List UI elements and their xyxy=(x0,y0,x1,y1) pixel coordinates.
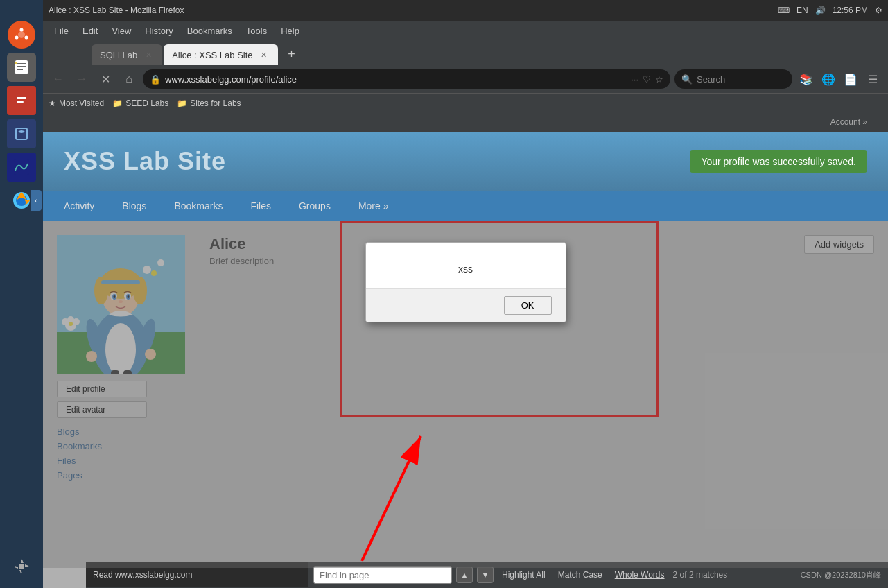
search-magnifier-icon: 🔍 xyxy=(681,74,693,85)
tab-add-button[interactable]: + xyxy=(282,44,302,64)
browser-area: Alice : XSS Lab Site - Mozilla Firefox ⌨… xyxy=(43,0,888,588)
nav-files[interactable]: Files xyxy=(236,191,285,221)
svg-point-4 xyxy=(15,36,19,40)
site-top-bar: Account » xyxy=(43,112,888,132)
back-button[interactable]: ← xyxy=(49,69,68,89)
svg-point-2 xyxy=(20,28,24,32)
account-link[interactable]: Account » xyxy=(830,117,867,127)
save-success-message: Your profile was successfully saved. xyxy=(690,150,867,173)
find-input[interactable] xyxy=(313,566,452,584)
reader-mode-icon[interactable]: 📄 xyxy=(841,69,860,89)
menu-file[interactable]: File xyxy=(49,24,74,37)
tab-sqli-label: SQLi Lab xyxy=(100,50,137,60)
url-text: www.xsslabelgg.com/profile/alice xyxy=(165,74,627,85)
site-nav: Activity Blogs Bookmarks Files Groups Mo… xyxy=(43,191,888,221)
svg-rect-11 xyxy=(17,97,26,99)
clock: 12:56 PM xyxy=(833,6,868,15)
match-case-option[interactable]: Match Case xyxy=(554,569,607,581)
menu-view[interactable]: View xyxy=(106,24,137,37)
menu-bar: File Edit View History Bookmarks Tools H… xyxy=(43,21,888,40)
menu-history[interactable]: History xyxy=(139,24,178,37)
seed-labs-label: SEED Labs xyxy=(125,98,168,108)
site-title: XSS Lab Site xyxy=(64,147,226,176)
dialog-content: xss xyxy=(366,243,566,288)
browser-sidebar: ‹ xyxy=(0,0,43,588)
bookmark-most-visited[interactable]: ★ Most Visited xyxy=(49,98,104,108)
menu-tools[interactable]: Tools xyxy=(241,24,272,37)
folder-icon-sites: 📁 xyxy=(177,98,187,108)
svg-point-1 xyxy=(18,31,25,38)
app-red-icon[interactable] xyxy=(7,86,36,115)
hamburger-menu[interactable]: ☰ xyxy=(863,69,882,89)
svg-point-18 xyxy=(19,564,24,569)
menu-edit[interactable]: Edit xyxy=(77,24,103,37)
most-visited-label: Most Visited xyxy=(59,98,104,108)
bookmark-seed-labs[interactable]: 📁 SEED Labs xyxy=(112,98,168,108)
tab-xss-label: Alice : XSS Lab Site xyxy=(172,50,252,60)
highlight-all-option[interactable]: Highlight All xyxy=(498,569,550,581)
status-url-text: Read www.xsslabelgg.com xyxy=(93,570,192,580)
library-icon[interactable]: 📚 xyxy=(796,69,816,89)
settings-gear-icon[interactable]: ⚙ xyxy=(875,6,882,15)
bookmark-star-icon[interactable]: ☆ xyxy=(655,74,663,85)
language-badge: EN xyxy=(796,6,808,15)
find-prev-button[interactable]: ▲ xyxy=(456,567,473,583)
firefox-icon[interactable]: ‹ xyxy=(7,186,36,215)
svg-line-51 xyxy=(362,436,421,561)
nav-groups[interactable]: Groups xyxy=(285,191,345,221)
firefox-account-icon[interactable]: 🌐 xyxy=(819,69,838,89)
volume-icon: 🔊 xyxy=(815,6,826,15)
dialog-ok-button[interactable]: OK xyxy=(504,296,552,315)
menu-bookmarks[interactable]: Bookmarks xyxy=(182,24,238,37)
bookmark-sites-for-labs[interactable]: 📁 Sites for Labs xyxy=(177,98,241,108)
url-more-icon[interactable]: ··· xyxy=(631,74,638,85)
nav-bar: ← → ✕ ⌂ 🔒 www.xsslabelgg.com/profile/ali… xyxy=(43,65,888,93)
keyboard-icon: ⌨ xyxy=(778,6,790,15)
find-next-button[interactable]: ▼ xyxy=(477,567,494,583)
wireshark-icon[interactable] xyxy=(7,153,36,182)
forward-button[interactable]: → xyxy=(72,69,92,89)
svg-rect-10 xyxy=(15,94,28,107)
red-arrow xyxy=(306,381,514,588)
home-button[interactable]: ⌂ xyxy=(119,69,139,89)
svg-rect-9 xyxy=(15,62,17,64)
find-matches-count: 2 of 2 matches xyxy=(673,570,728,580)
sites-for-labs-label: Sites for Labs xyxy=(190,98,241,108)
nav-more[interactable]: More » xyxy=(345,191,403,221)
dialog-footer: OK xyxy=(366,288,566,322)
window-title: Alice : XSS Lab Site - Mozilla Firefox xyxy=(49,6,184,15)
ubuntu-icon[interactable] xyxy=(8,21,35,49)
tab-bar: SQLi Lab ✕ Alice : XSS Lab Site ✕ + xyxy=(43,40,888,65)
title-bar: Alice : XSS Lab Site - Mozilla Firefox ⌨… xyxy=(43,0,888,21)
nav-right-icons: 📚 🌐 📄 ☰ xyxy=(796,69,882,89)
tab-sqli-lab[interactable]: SQLi Lab ✕ xyxy=(92,44,162,65)
tab-sqli-close[interactable]: ✕ xyxy=(143,49,154,60)
bookmark-heart-icon[interactable]: ♡ xyxy=(643,74,651,85)
bookmarks-bar: ★ Most Visited 📁 SEED Labs 📁 Sites for L… xyxy=(43,93,888,112)
stop-button[interactable]: ✕ xyxy=(96,69,115,89)
notes-icon[interactable] xyxy=(7,53,36,82)
svg-rect-12 xyxy=(17,101,24,103)
tab-xss-lab[interactable]: Alice : XSS Lab Site ✕ xyxy=(164,44,277,65)
settings-icon[interactable] xyxy=(7,552,36,581)
dialog-message: xss xyxy=(458,263,473,275)
watermark: CSDN @20232810肖峰 xyxy=(801,570,888,580)
site-header: XSS Lab Site Your profile was successful… xyxy=(43,132,888,191)
menu-help[interactable]: Help xyxy=(275,24,305,37)
folder-icon-seed: 📁 xyxy=(112,98,123,108)
sidebar-collapse-arrow[interactable]: ‹ xyxy=(31,190,42,211)
nav-activity[interactable]: Activity xyxy=(50,191,108,221)
search-placeholder: Search xyxy=(697,74,725,85)
url-bar[interactable]: 🔒 www.xsslabelgg.com/profile/alice ··· ♡… xyxy=(143,69,670,89)
nav-blogs[interactable]: Blogs xyxy=(108,191,160,221)
website-area: Account » XSS Lab Site Your profile was … xyxy=(43,112,888,588)
whole-words-option[interactable]: Whole Words xyxy=(611,569,669,581)
tab-xss-close[interactable]: ✕ xyxy=(259,49,270,60)
nav-bookmarks[interactable]: Bookmarks xyxy=(160,191,236,221)
search-bar[interactable]: 🔍 Search xyxy=(674,69,792,89)
svg-point-3 xyxy=(25,36,28,40)
site-content: Add widgets xyxy=(43,221,888,568)
title-bar-controls: ⌨ EN 🔊 12:56 PM ⚙ xyxy=(778,6,882,15)
app-purple-icon[interactable] xyxy=(7,119,36,148)
alert-dialog: xss OK xyxy=(365,242,566,322)
